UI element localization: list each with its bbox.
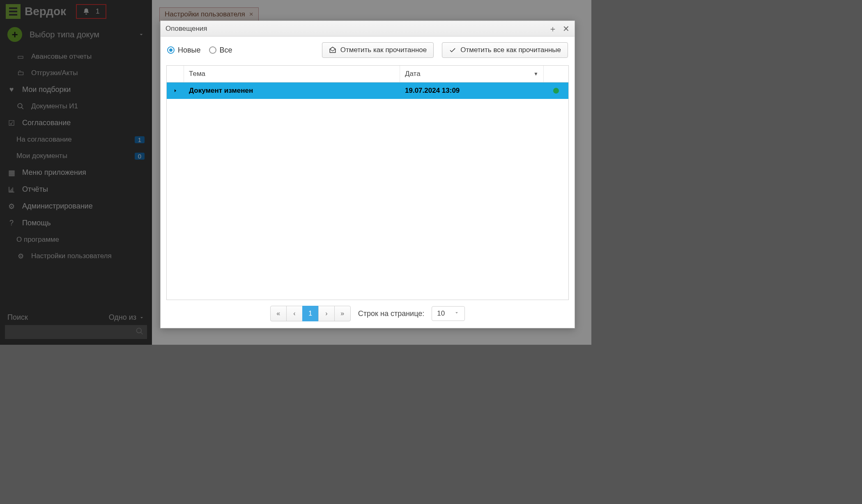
grid-icon: ▦ bbox=[7, 169, 16, 177]
page-next-button[interactable]: › bbox=[318, 306, 335, 321]
sidebar-item-label: Отчёты bbox=[22, 185, 48, 194]
sidebar-section-admin[interactable]: ⚙ Администрирование bbox=[0, 198, 152, 215]
radio-dot-icon bbox=[167, 46, 175, 54]
sidebar-item-label: Отгрузки/Акты bbox=[31, 69, 78, 77]
row-date: 19.07.2024 13:09 bbox=[400, 82, 544, 99]
close-button[interactable]: ✕ bbox=[563, 25, 570, 33]
sidebar-section-menu-app[interactable]: ▦ Меню приложения bbox=[0, 164, 152, 181]
mark-read-button[interactable]: Отметить как прочитанное bbox=[322, 42, 434, 58]
sidebar-item-label: Администрирование bbox=[22, 202, 93, 211]
notifications-modal: Оповещения ＋ ✕ Новые Все Отметить как пр… bbox=[160, 21, 575, 328]
search-icon[interactable] bbox=[136, 327, 144, 337]
search-icon bbox=[16, 102, 25, 110]
chevron-down-icon bbox=[139, 315, 145, 321]
sidebar-item-shipments[interactable]: 🗀 Отгрузки/Акты bbox=[0, 65, 152, 81]
tab-label: Настройки пользователя bbox=[165, 10, 245, 18]
chevron-right-icon bbox=[173, 88, 178, 93]
question-icon: ? bbox=[7, 219, 16, 227]
modal-title: Оповещения bbox=[166, 25, 207, 33]
envelope-open-icon bbox=[329, 46, 336, 54]
notifications-count: 1 bbox=[96, 7, 99, 16]
sidebar: Вердок 1 + Выбор типа докум ▭ Авансовые … bbox=[0, 0, 152, 345]
page-prev-button[interactable]: ‹ bbox=[286, 306, 303, 321]
gear-icon: ⚙ bbox=[16, 252, 25, 260]
sidebar-item-docs-i1[interactable]: Документы И1 bbox=[0, 98, 152, 115]
sidebar-item-about[interactable]: О программе bbox=[0, 231, 152, 248]
column-status bbox=[544, 66, 568, 82]
sidebar-item-label: Согласование bbox=[22, 119, 71, 127]
table-row[interactable]: Документ изменен 19.07.2024 13:09 bbox=[167, 82, 568, 99]
rows-per-page-value: 10 bbox=[437, 309, 445, 318]
search-label: Поиск bbox=[7, 313, 28, 322]
sidebar-item-my-docs[interactable]: Мои документы 0 bbox=[0, 148, 152, 164]
sidebar-section-help[interactable]: ? Помощь bbox=[0, 215, 152, 231]
modal-header: Оповещения ＋ ✕ bbox=[161, 21, 575, 37]
tab-user-settings[interactable]: Настройки пользователя × bbox=[159, 7, 259, 21]
heart-icon: ♥ bbox=[7, 86, 16, 94]
sidebar-item-expense[interactable]: ▭ Авансовые отчеты bbox=[0, 48, 152, 65]
rows-per-page-label: Строк на странице: bbox=[358, 309, 424, 318]
column-expand bbox=[167, 66, 184, 82]
radio-dot-icon bbox=[209, 46, 216, 54]
sidebar-item-user-settings[interactable]: ⚙ Настройки пользователя bbox=[0, 248, 152, 264]
brand-text: Вердок bbox=[25, 5, 66, 18]
radio-all[interactable]: Все bbox=[209, 46, 232, 55]
add-button[interactable]: ＋ bbox=[549, 25, 557, 33]
page-last-button[interactable]: » bbox=[334, 306, 351, 321]
sidebar-item-label: О программе bbox=[16, 236, 59, 244]
close-icon[interactable]: × bbox=[249, 10, 253, 18]
sidebar-item-label: Настройки пользователя bbox=[31, 252, 112, 260]
search-mode-dropdown[interactable]: Одно из bbox=[109, 313, 145, 322]
logo[interactable]: Вердок bbox=[6, 4, 66, 19]
count-badge: 1 bbox=[135, 136, 145, 143]
sidebar-section-reports[interactable]: Отчёты bbox=[0, 181, 152, 198]
sidebar-item-label: Документы И1 bbox=[31, 102, 78, 110]
logo-icon bbox=[6, 4, 21, 19]
bell-icon bbox=[83, 8, 90, 15]
sidebar-item-label: На согласование bbox=[16, 135, 72, 144]
notifications-button[interactable]: 1 bbox=[76, 4, 106, 19]
bar-chart-icon bbox=[7, 186, 16, 194]
pagination: « ‹ 1 › » bbox=[270, 306, 351, 321]
button-label: Отметить как прочитанное bbox=[340, 46, 427, 54]
folder-icon: 🗀 bbox=[16, 69, 25, 77]
sort-desc-icon: ▼ bbox=[533, 71, 538, 77]
column-label: Тема bbox=[189, 70, 205, 78]
gear-icon: ⚙ bbox=[7, 202, 16, 211]
chevron-down-icon bbox=[138, 31, 145, 38]
sidebar-item-label: Авансовые отчеты bbox=[31, 53, 92, 61]
plus-circle-icon: + bbox=[7, 27, 22, 42]
check-square-icon: ☑ bbox=[7, 119, 16, 127]
row-topic: Документ изменен bbox=[184, 82, 400, 99]
count-badge: 0 bbox=[135, 153, 145, 160]
notifications-grid: Тема Дата ▼ Документ изменен 19.07.2024 … bbox=[166, 65, 569, 300]
column-label: Дата bbox=[405, 70, 421, 78]
page-first-button[interactable]: « bbox=[270, 306, 287, 321]
doc-type-label: Выбор типа докум bbox=[30, 30, 99, 39]
search-input[interactable] bbox=[5, 325, 147, 339]
radio-label: Все bbox=[220, 46, 232, 55]
page-number-button[interactable]: 1 bbox=[302, 306, 319, 321]
radio-label: Новые bbox=[178, 46, 201, 55]
column-date-header[interactable]: Дата ▼ bbox=[400, 66, 544, 82]
sidebar-item-label: Мои документы bbox=[16, 152, 67, 160]
radio-new[interactable]: Новые bbox=[167, 46, 201, 55]
mark-all-read-button[interactable]: Отметить все как прочитанные bbox=[442, 42, 568, 58]
sidebar-item-label: Мои подборки bbox=[22, 85, 71, 94]
rows-per-page-select[interactable]: 10 bbox=[432, 306, 465, 321]
file-icon: ▭ bbox=[16, 53, 25, 61]
sidebar-item-for-approval[interactable]: На согласование 1 bbox=[0, 131, 152, 148]
sidebar-section-favorites[interactable]: ♥ Мои подборки bbox=[0, 81, 152, 98]
page-number: 1 bbox=[308, 310, 312, 317]
chevron-down-icon bbox=[454, 309, 460, 318]
doc-type-selector[interactable]: + Выбор типа докум bbox=[0, 23, 152, 48]
check-icon bbox=[449, 46, 456, 54]
search-mode-label: Одно из bbox=[109, 313, 136, 322]
sidebar-item-label: Меню приложения bbox=[22, 168, 86, 177]
button-label: Отметить все как прочитанные bbox=[460, 46, 561, 54]
column-topic-header[interactable]: Тема bbox=[184, 66, 400, 82]
sidebar-item-label: Помощь bbox=[22, 219, 51, 227]
status-unread-icon bbox=[553, 88, 559, 94]
sidebar-section-approval[interactable]: ☑ Согласование bbox=[0, 115, 152, 131]
